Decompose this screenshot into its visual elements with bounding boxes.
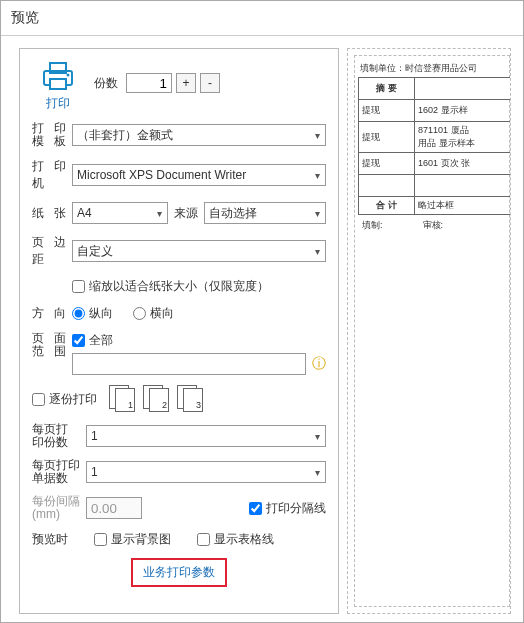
preview-table: 摘 要金 提现1602 显示样 提现871101 厦品 用品 显示样本 提现16… xyxy=(358,77,511,215)
print-button[interactable]: 打印 xyxy=(32,59,84,112)
range-input[interactable] xyxy=(72,353,306,375)
preview-options-label: 预览时 xyxy=(32,531,68,548)
svg-rect-2 xyxy=(50,79,66,89)
copies-increment-button[interactable]: + xyxy=(176,73,196,93)
orientation-label: 方 向 xyxy=(32,305,66,322)
info-icon[interactable]: ⓘ xyxy=(312,355,326,373)
preview-footer-reviewer: 审核: xyxy=(423,219,444,232)
paper-label: 纸 张 xyxy=(32,205,66,222)
margin-select[interactable]: 自定义 xyxy=(72,240,326,262)
collate-checkbox[interactable]: 逐份打印 xyxy=(32,391,97,408)
window-title: 预览 xyxy=(1,1,523,36)
orientation-portrait-radio[interactable]: 纵向 xyxy=(72,305,113,322)
perpage-copies-select[interactable]: 1 xyxy=(86,425,326,447)
range-all-checkbox[interactable]: 全部 xyxy=(72,332,326,349)
printer-label: 打印机 xyxy=(32,158,66,192)
paper-source-select[interactable]: 自动选择 xyxy=(204,202,326,224)
settings-panel: 打印 份数 + - 打印 模板 （非套打）金额式 打印机 Microsoft X… xyxy=(19,48,339,614)
paper-select[interactable]: A4 xyxy=(72,202,168,224)
preview-footer-author: 填制: xyxy=(362,219,383,232)
copies-input[interactable] xyxy=(126,73,172,93)
template-label: 打印 模板 xyxy=(32,122,66,148)
perpage-sheets-label: 每页打印 单据数 xyxy=(32,459,80,485)
document-preview: 填制单位：时信登赛用品公司 摘 要金 提现1602 显示样 提现871101 厦… xyxy=(347,48,511,614)
perpage-sheets-select[interactable]: 1 xyxy=(86,461,326,483)
copies-label: 份数 xyxy=(94,75,118,92)
gap-label: 每份间隔 (mm) xyxy=(32,495,80,521)
template-select[interactable]: （非套打）金额式 xyxy=(72,124,326,146)
copies-decrement-button[interactable]: - xyxy=(200,73,220,93)
orientation-landscape-radio[interactable]: 横向 xyxy=(133,305,174,322)
preview-header: 填制单位：时信登赛用品公司 xyxy=(360,62,509,75)
collate-preview-icon: 11 22 33 xyxy=(109,385,207,413)
gap-input xyxy=(86,497,142,519)
scale-checkbox[interactable]: 缩放以适合纸张大小（仅限宽度） xyxy=(72,278,269,295)
perpage-copies-label: 每页打 印份数 xyxy=(32,423,80,449)
printer-icon xyxy=(32,59,84,93)
separator-checkbox[interactable]: 打印分隔线 xyxy=(249,500,326,517)
range-label: 页面 范围 xyxy=(32,332,66,358)
paper-source-label: 来源 xyxy=(174,205,198,222)
show-grid-checkbox[interactable]: 显示表格线 xyxy=(197,531,274,548)
print-button-label: 打印 xyxy=(32,95,84,112)
show-background-checkbox[interactable]: 显示背景图 xyxy=(94,531,171,548)
business-print-params-button[interactable]: 业务打印参数 xyxy=(131,558,227,587)
margin-label: 页边距 xyxy=(32,234,66,268)
printer-select[interactable]: Microsoft XPS Document Writer xyxy=(72,164,326,186)
svg-point-3 xyxy=(67,74,70,77)
